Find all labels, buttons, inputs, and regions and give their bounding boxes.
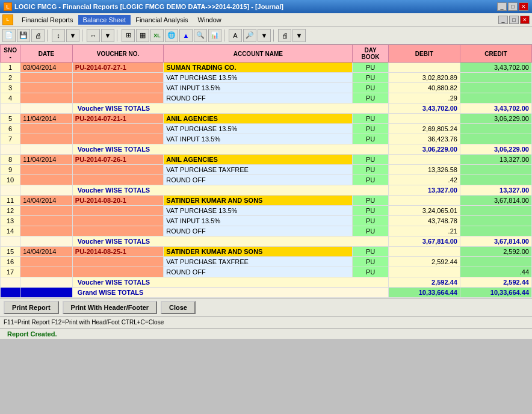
move-button[interactable]: ↔ — [87, 29, 100, 42]
cell-debit-total: 3,06,229.00 — [388, 144, 460, 155]
cell-date: 14/04/2014 — [20, 196, 73, 206]
print-button[interactable]: 🖨 — [31, 29, 45, 42]
cell-account: ROUND OFF — [164, 175, 353, 185]
cell-debit-total: 3,67,814.00 — [388, 236, 460, 247]
header-voucher: VOUCHER NO. — [72, 45, 164, 63]
web-button[interactable]: 🌐 — [165, 29, 178, 42]
move-dropdown[interactable]: ▼ — [101, 29, 114, 42]
cell-date — [20, 124, 73, 134]
cell-daybook: PU — [353, 93, 389, 104]
sort-button[interactable]: ↕ — [52, 29, 65, 42]
cell-sno: 6 — [1, 124, 20, 134]
menu-financial-reports[interactable]: Financial Reports — [17, 15, 78, 25]
cell-date: 14/04/2014 — [20, 247, 73, 257]
cell-sno: 11 — [1, 196, 20, 206]
zoom-dropdown[interactable]: ▼ — [258, 29, 271, 42]
cell-daybook: PU — [353, 124, 389, 134]
cell-date — [20, 236, 73, 247]
close-window-button[interactable]: ✕ — [519, 2, 528, 11]
voucher-totals-row: Voucher WISE TOTALS 3,06,229.00 3,06,229… — [1, 144, 532, 155]
cell-sno: 16 — [1, 257, 20, 267]
cell-voucher — [72, 226, 164, 236]
table-row: 3 VAT INPUT 13.5% PU 40,880.82 — [1, 83, 532, 93]
cell-sno: 12 — [1, 206, 20, 216]
cell-credit — [460, 73, 531, 83]
font-button[interactable]: A — [229, 29, 242, 42]
table-row: 15 14/04/2014 PU-2014-08-25-1 SATINDER K… — [1, 247, 532, 257]
cell-account: SUMAN TRADING CO. — [164, 63, 353, 73]
journal-table-container: SNO- DATE VOUCHER NO. ACCOUNT NAME DAYBO… — [0, 45, 532, 298]
cell-voucher — [72, 134, 164, 144]
print-report-button[interactable]: Print Report — [4, 301, 59, 314]
keyboard-shortcuts: F11=Print Report F12=Print with Head/Foo… — [4, 319, 164, 326]
cell-account: VAT INPUT 13.5% — [164, 134, 353, 144]
up-button[interactable]: ▲ — [179, 29, 193, 42]
cell-account: ANIL AGENCIES — [164, 155, 353, 165]
cell-voucher: PU-2014-07-27-1 — [72, 63, 164, 73]
cell-credit: 13,327.00 — [460, 155, 531, 165]
table-row: 16 VAT PURCHASE TAXFREE PU 2,592.44 — [1, 257, 532, 267]
voucher-totals-row: Voucher WISE TOTALS 2,592.44 2,592.44 — [1, 277, 532, 288]
cell-debit: .21 — [388, 226, 460, 236]
cell-voucher — [72, 257, 164, 267]
restore-button[interactable]: □ — [508, 2, 518, 11]
cell-credit-total: 3,06,229.00 — [460, 144, 531, 155]
menu-window[interactable]: Window — [193, 15, 226, 25]
cell-voucher — [72, 124, 164, 134]
search-button[interactable]: 🔍 — [194, 29, 207, 42]
printer2-button[interactable]: 🖨 — [278, 29, 291, 42]
menu-close[interactable]: ✕ — [520, 16, 530, 24]
cell-credit-total: 3,43,702.00 — [460, 104, 531, 114]
menu-restore[interactable]: □ — [509, 16, 519, 24]
cell-debit: .29 — [388, 93, 460, 104]
app-icon: L — [4, 2, 12, 11]
cell-sno: 7 — [1, 134, 20, 144]
table-row: 11 14/04/2014 PU-2014-08-20-1 SATINDER K… — [1, 196, 532, 206]
cell-voucher — [72, 93, 164, 104]
table-row: 1 03/04/2014 PU-2014-07-27-1 SUMAN TRADI… — [1, 63, 532, 73]
cell-grand-credit: 10,33,664.44 — [460, 288, 531, 298]
cell-account: VAT PURCHASE TAXFREE — [164, 257, 353, 267]
cell-account: VAT PURCHASE TAXFREE — [164, 165, 353, 175]
cell-date — [20, 144, 73, 155]
cell-account: VAT PURCHASE 13.5% — [164, 206, 353, 216]
print-header-button[interactable]: Print With Header/Footer — [63, 301, 157, 314]
close-button[interactable]: Close — [161, 301, 196, 314]
save-button[interactable]: 💾 — [17, 29, 30, 42]
printer2-dropdown[interactable]: ▼ — [292, 29, 306, 42]
cell-date — [20, 165, 73, 175]
cell-daybook: PU — [353, 267, 389, 277]
cell-credit — [460, 83, 531, 93]
cell-account: ANIL AGENCIES — [164, 114, 353, 124]
cell-totals-label: Voucher WISE TOTALS — [72, 185, 388, 196]
chart-button[interactable]: 📊 — [208, 29, 221, 42]
excel-button[interactable]: XL — [150, 29, 164, 42]
cell-debit: 2,592.44 — [388, 257, 460, 267]
cell-date — [20, 226, 73, 236]
cell-debit: 3,02,820.89 — [388, 73, 460, 83]
cell-debit-total: 2,592.44 — [388, 277, 460, 288]
table-button[interactable]: ▦ — [136, 29, 149, 42]
cell-account: SATINDER KUMAR AND SONS — [164, 247, 353, 257]
cell-account: VAT PURCHASE 13.5% — [164, 124, 353, 134]
minimize-button[interactable]: _ — [497, 2, 507, 11]
cell-date — [20, 73, 73, 83]
sort-dropdown[interactable]: ▼ — [66, 29, 79, 42]
cell-debit: 43,748.78 — [388, 216, 460, 226]
zoom-button[interactable]: 🔎 — [243, 29, 256, 42]
menu-financial-analysis[interactable]: Financial Analysis — [131, 15, 193, 25]
cell-credit-total: 2,592.44 — [460, 277, 531, 288]
cell-debit-total: 3,43,702.00 — [388, 104, 460, 114]
cell-credit — [460, 134, 531, 144]
grid-button[interactable]: ⊞ — [122, 29, 135, 42]
menu-balance-sheet[interactable]: Balance Sheet — [78, 15, 131, 25]
cell-sno: 3 — [1, 83, 20, 93]
menu-minimize[interactable]: _ — [498, 16, 508, 24]
cell-date: 11/04/2014 — [20, 114, 73, 124]
cell-account: ROUND OFF — [164, 267, 353, 277]
cell-date: 03/04/2014 — [20, 63, 73, 73]
new-button[interactable]: 📄 — [2, 29, 16, 42]
cell-credit: 2,592.00 — [460, 247, 531, 257]
cell-date — [20, 206, 73, 216]
table-row: 13 VAT INPUT 13.5% PU 43,748.78 — [1, 216, 532, 226]
